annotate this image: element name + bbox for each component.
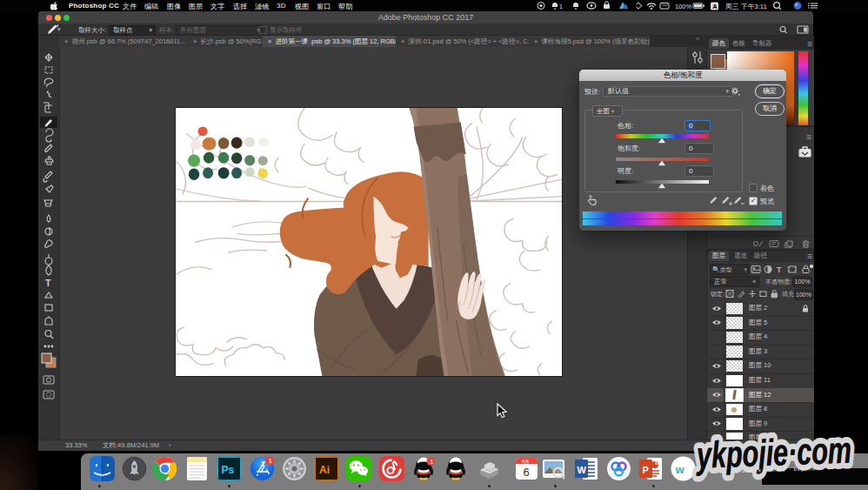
svg-text:1: 1 xyxy=(430,458,434,466)
svg-text:T: T xyxy=(777,265,782,274)
svg-text:100%: 100% xyxy=(675,3,692,10)
svg-text:6: 6 xyxy=(523,466,529,479)
svg-text:W: W xyxy=(577,465,586,475)
svg-text:T: T xyxy=(45,278,51,288)
svg-text:6月: 6月 xyxy=(522,459,530,465)
svg-text:P: P xyxy=(643,465,649,475)
svg-text:周三 下午3:11: 周三 下午3:11 xyxy=(725,3,767,10)
svg-text:Ai: Ai xyxy=(319,464,330,476)
svg-text:A: A xyxy=(712,3,718,10)
svg-text:Ps: Ps xyxy=(222,464,235,476)
svg-text:1: 1 xyxy=(268,457,272,465)
svg-text:1: 1 xyxy=(559,3,563,10)
